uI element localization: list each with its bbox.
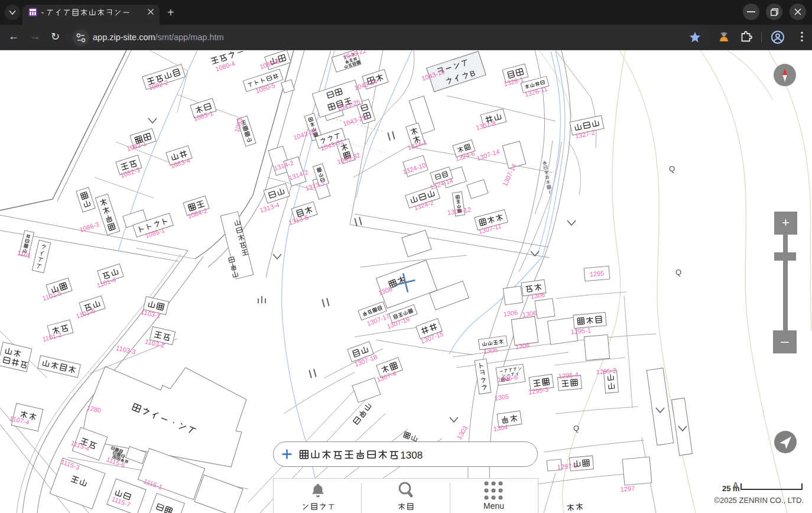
svg-text:1295: 1295 (589, 270, 604, 278)
svg-text:1308: 1308 (400, 450, 423, 461)
svg-text:Q: Q (675, 268, 681, 277)
svg-text:1297: 1297 (620, 485, 635, 493)
svg-text:Q: Q (573, 424, 579, 433)
svg-text:Q: Q (669, 164, 675, 173)
